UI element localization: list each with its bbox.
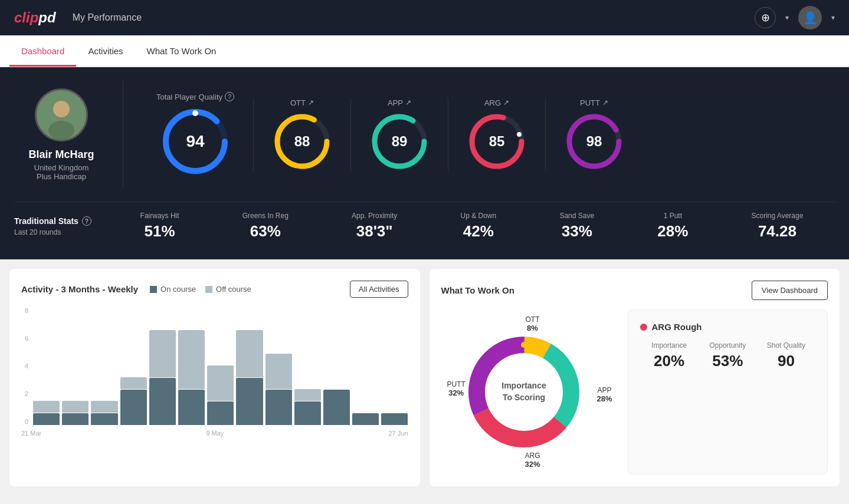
svg-point-1 bbox=[53, 101, 70, 117]
detail-metrics: Importance 20% Opportunity 53% Shot Qual… bbox=[640, 341, 816, 370]
donut-label-app: APP 28% bbox=[596, 386, 612, 403]
svg-text:Importance: Importance bbox=[501, 381, 546, 390]
wtwo-panel: What To Work On View Dashboard OTT 8% AP… bbox=[430, 269, 840, 486]
detail-card-title: ARG Rough bbox=[640, 322, 816, 332]
traditional-stats: Traditional Stats ? Last 20 rounds Fairw… bbox=[14, 202, 835, 245]
svg-point-2 bbox=[48, 121, 74, 140]
bar-on-5 bbox=[178, 390, 205, 425]
avatar-image bbox=[37, 90, 86, 140]
detail-dot bbox=[640, 324, 647, 331]
bar-on-4 bbox=[149, 378, 176, 425]
bar-off-8 bbox=[265, 354, 292, 389]
info-icon[interactable]: ? bbox=[225, 92, 234, 101]
bar-off-9 bbox=[294, 389, 321, 401]
logo: clippd bbox=[14, 9, 56, 26]
ott-ring: 88 bbox=[273, 112, 332, 171]
view-dashboard-button[interactable]: View Dashboard bbox=[752, 281, 828, 300]
logo-area: clippd My Performance bbox=[14, 9, 142, 26]
ott-arrow-icon: ↗ bbox=[308, 98, 314, 107]
svg-point-26 bbox=[521, 436, 527, 442]
ott-value: 88 bbox=[294, 133, 310, 150]
page-title: My Performance bbox=[73, 12, 142, 23]
stat-items: Fairways Hit 51% Greens In Reg 63% App. … bbox=[109, 212, 835, 241]
total-ring: 94 bbox=[160, 106, 231, 177]
svg-point-25 bbox=[568, 389, 574, 395]
metric-opportunity: Opportunity 53% bbox=[699, 341, 757, 370]
player-handicap: Plus Handicap bbox=[37, 172, 86, 181]
bar-off-6 bbox=[207, 365, 234, 401]
bar-off-1 bbox=[62, 401, 88, 413]
svg-point-10 bbox=[397, 114, 402, 119]
svg-point-16 bbox=[592, 114, 596, 119]
avatar-icon: 👤 bbox=[803, 11, 818, 25]
panels: Activity - 3 Months - Weekly On course O… bbox=[0, 259, 849, 496]
bar-on-0 bbox=[33, 413, 60, 425]
metric-importance: Importance 20% bbox=[640, 341, 699, 370]
trad-label: Traditional Stats ? Last 20 rounds bbox=[14, 216, 109, 236]
player-country: United Kingdom bbox=[34, 163, 89, 172]
stat-greens-in-reg: Greens In Reg 63% bbox=[242, 212, 289, 241]
bar-on-9 bbox=[294, 401, 321, 425]
bar-on-12 bbox=[381, 413, 408, 425]
hero-top: Blair McHarg United Kingdom Plus Handica… bbox=[14, 81, 835, 187]
bar-off-0 bbox=[33, 401, 60, 413]
plus-icon: ⊕ bbox=[761, 11, 770, 24]
trad-info-icon[interactable]: ? bbox=[82, 216, 91, 226]
putt-arrow-icon: ↗ bbox=[602, 98, 608, 107]
bars-group bbox=[33, 307, 408, 425]
stat-sand-save: Sand Save 33% bbox=[559, 212, 594, 241]
putt-score: PUTT ↗ 98 bbox=[545, 98, 643, 171]
header-actions: ⊕ ▾ 👤 ▾ bbox=[755, 6, 835, 29]
metric-shot-quality: Shot Quality 90 bbox=[757, 341, 815, 370]
svg-text:To Scoring: To Scoring bbox=[502, 393, 545, 402]
bar-col-2 bbox=[91, 307, 117, 425]
svg-point-24 bbox=[521, 342, 527, 348]
tab-what-to-work-on[interactable]: What To Work On bbox=[135, 35, 228, 67]
stat-scoring-avg: Scoring Average 74.28 bbox=[752, 212, 804, 241]
arg-value: 85 bbox=[489, 133, 505, 150]
tab-dashboard[interactable]: Dashboard bbox=[9, 35, 76, 67]
bar-off-7 bbox=[236, 330, 263, 377]
all-activities-button[interactable]: All Activities bbox=[350, 281, 408, 298]
putt-value: 98 bbox=[586, 133, 602, 150]
bar-col-0 bbox=[33, 307, 60, 425]
bar-col-9 bbox=[294, 307, 321, 425]
header: clippd My Performance ⊕ ▾ 👤 ▾ bbox=[0, 0, 849, 35]
x-axis: 21 Mar 9 May 27 Jun bbox=[21, 430, 408, 437]
activity-panel-header: Activity - 3 Months - Weekly On course O… bbox=[21, 281, 408, 298]
app-label: APP ↗ bbox=[388, 98, 411, 107]
bar-col-5 bbox=[178, 307, 205, 425]
tab-activities[interactable]: Activities bbox=[76, 35, 135, 67]
app-ring: 89 bbox=[370, 112, 429, 171]
user-avatar-button[interactable]: 👤 bbox=[798, 6, 822, 29]
add-button[interactable]: ⊕ bbox=[755, 7, 776, 28]
player-info: Blair McHarg United Kingdom Plus Handica… bbox=[14, 88, 109, 181]
stat-up-down: Up & Down 42% bbox=[461, 212, 497, 241]
total-value: 94 bbox=[186, 132, 204, 151]
arg-ring: 85 bbox=[467, 112, 526, 171]
bar-on-1 bbox=[62, 413, 88, 425]
bar-col-12 bbox=[381, 307, 408, 425]
svg-point-27 bbox=[474, 389, 480, 395]
donut-svg: Importance To Scoring bbox=[459, 327, 589, 457]
arg-score: ARG ↗ 85 bbox=[448, 98, 545, 171]
bar-col-10 bbox=[323, 307, 350, 425]
wtwo-title: What To Work On bbox=[441, 285, 514, 295]
ott-label: OTT ↗ bbox=[290, 98, 314, 107]
scores-section: Total Player Quality ? 94 OTT ↗ bbox=[137, 92, 835, 177]
wtwo-content: OTT 8% APP 28% ARG 32% PUTT 32% bbox=[441, 309, 828, 475]
bar-on-6 bbox=[207, 401, 234, 425]
legend-on-course: On course bbox=[150, 285, 196, 294]
putt-ring: 98 bbox=[565, 112, 624, 171]
bar-col-3 bbox=[120, 307, 147, 425]
chart-area: 8 6 4 2 0 bbox=[21, 307, 408, 449]
app-arrow-icon: ↗ bbox=[405, 98, 411, 107]
vertical-divider bbox=[123, 81, 123, 187]
svg-point-5 bbox=[192, 110, 198, 116]
bar-off-2 bbox=[91, 401, 117, 413]
bar-col-1 bbox=[62, 307, 88, 425]
bar-off-5 bbox=[178, 330, 205, 389]
avatar bbox=[35, 88, 88, 141]
wtwo-header: What To Work On View Dashboard bbox=[441, 281, 828, 300]
avatar-dropdown-arrow: ▾ bbox=[831, 14, 835, 22]
